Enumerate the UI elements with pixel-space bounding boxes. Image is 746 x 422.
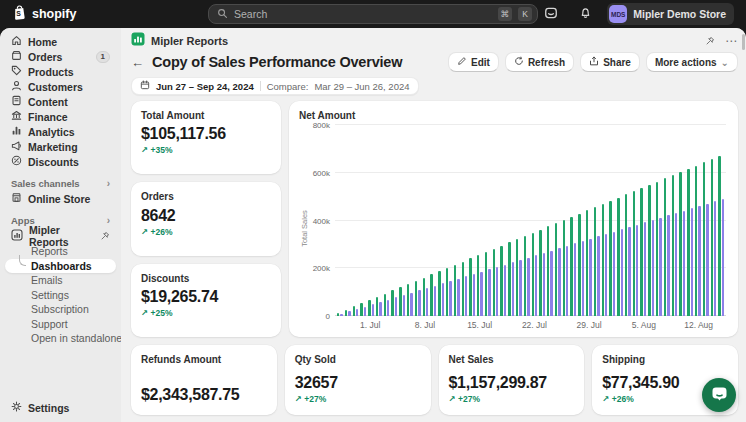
bar-compare-period[interactable] — [519, 260, 521, 316]
bar-current-period[interactable] — [633, 191, 635, 316]
pin-icon[interactable] — [705, 32, 715, 50]
bar-current-period[interactable] — [500, 246, 502, 316]
bar-current-period[interactable] — [648, 185, 650, 316]
bar-compare-period[interactable] — [387, 300, 389, 316]
bar-current-period[interactable] — [376, 297, 378, 316]
bar-current-period[interactable] — [570, 217, 572, 316]
bar-current-period[interactable] — [594, 207, 596, 316]
share-button[interactable]: Share — [580, 52, 640, 72]
sidebar-item-analytics[interactable]: Analytics — [5, 124, 116, 139]
bar-current-period[interactable] — [493, 249, 495, 316]
sidebar-item-app-settings[interactable]: Settings — [5, 288, 116, 303]
bar-current-period[interactable] — [578, 214, 580, 316]
bar-compare-period[interactable] — [605, 234, 607, 316]
sidebar-item-customers[interactable]: Customers — [5, 79, 116, 94]
store-menu[interactable]: MDS Mipler Demo Store — [607, 3, 734, 25]
date-range-picker[interactable]: Jun 27 – Sep 24, 2024 Compare: Mar 29 – … — [131, 77, 419, 95]
bar-current-period[interactable] — [485, 252, 487, 316]
bar-current-period[interactable] — [718, 156, 720, 316]
bar-compare-period[interactable] — [706, 204, 708, 316]
scrollbar[interactable] — [742, 34, 745, 50]
bar-current-period[interactable] — [391, 290, 393, 316]
bar-current-period[interactable] — [399, 287, 401, 316]
sidebar-item-orders[interactable]: Orders 1 — [5, 49, 116, 64]
bar-current-period[interactable] — [423, 278, 425, 316]
bar-current-period[interactable] — [711, 159, 713, 316]
bar-current-period[interactable] — [664, 178, 666, 316]
sidebar-item-mipler-reports[interactable]: Mipler Reports — [5, 228, 116, 244]
bar-compare-period[interactable] — [582, 241, 584, 316]
sidebar-item-online-store[interactable]: Online Store — [5, 191, 116, 206]
bar-current-period[interactable] — [687, 169, 689, 316]
bar-current-period[interactable] — [524, 236, 526, 316]
bar-current-period[interactable] — [415, 281, 417, 316]
bar-compare-period[interactable] — [558, 248, 560, 316]
chat-widget-button[interactable] — [702, 378, 736, 412]
bar-current-period[interactable] — [703, 162, 705, 316]
bar-compare-period[interactable] — [488, 269, 490, 316]
kpi-card-total-amount[interactable]: Total Amount $105,117.56 ↗ +35% — [131, 101, 281, 174]
bar-compare-period[interactable] — [527, 258, 529, 316]
sidebar-item-marketing[interactable]: Marketing — [5, 139, 116, 154]
bar-compare-period[interactable] — [698, 206, 700, 316]
bar-compare-period[interactable] — [628, 227, 630, 316]
sales-channels-header[interactable]: Sales channels › — [5, 176, 116, 191]
notifications-button[interactable] — [573, 3, 597, 25]
bar-current-period[interactable] — [672, 175, 674, 316]
bar-compare-period[interactable] — [535, 255, 537, 316]
bar-compare-period[interactable] — [597, 236, 599, 316]
bar-compare-period[interactable] — [675, 213, 677, 316]
bar-current-period[interactable] — [617, 198, 619, 316]
bar-current-period[interactable] — [353, 306, 355, 316]
bar-current-period[interactable] — [430, 274, 432, 316]
bar-compare-period[interactable] — [613, 232, 615, 316]
bar-current-period[interactable] — [625, 194, 627, 316]
shopify-logo[interactable]: S shopify — [12, 5, 76, 23]
inbox-button[interactable] — [539, 3, 563, 25]
bar-compare-period[interactable] — [683, 211, 685, 316]
bar-current-period[interactable] — [555, 223, 557, 316]
bar-compare-period[interactable] — [543, 253, 545, 316]
global-search[interactable]: ⌘ K — [208, 4, 538, 24]
kpi-card-refunds[interactable]: Refunds Amount $2,343,587.75 — [131, 345, 277, 415]
bar-compare-period[interactable] — [480, 272, 482, 316]
search-input[interactable] — [234, 8, 492, 20]
edit-button[interactable]: Edit — [448, 52, 499, 72]
kpi-card-discounts[interactable]: Discounts $19,265.74 ↗ +25% — [131, 264, 281, 337]
bar-compare-period[interactable] — [659, 218, 661, 316]
bar-compare-period[interactable] — [379, 302, 381, 316]
sidebar-item-emails[interactable]: Emails — [5, 273, 116, 288]
bar-compare-period[interactable] — [714, 201, 716, 316]
bar-compare-period[interactable] — [504, 265, 506, 316]
bar-current-period[interactable] — [532, 233, 534, 316]
bar-compare-period[interactable] — [691, 208, 693, 316]
bar-compare-period[interactable] — [410, 293, 412, 316]
bar-compare-period[interactable] — [566, 246, 568, 316]
bar-compare-period[interactable] — [372, 304, 374, 316]
bar-current-period[interactable] — [477, 255, 479, 316]
bar-compare-period[interactable] — [621, 229, 623, 316]
bar-current-period[interactable] — [508, 242, 510, 316]
bar-compare-period[interactable] — [457, 279, 459, 316]
sidebar-item-subscription[interactable]: Subscription — [5, 302, 116, 317]
bar-compare-period[interactable] — [449, 281, 451, 316]
bar-current-period[interactable] — [695, 166, 697, 316]
bar-compare-period[interactable] — [512, 262, 514, 316]
pin-icon[interactable] — [100, 231, 110, 241]
refresh-button[interactable]: Refresh — [505, 52, 574, 72]
sidebar-item-support[interactable]: Support — [5, 317, 116, 332]
bar-compare-period[interactable] — [442, 283, 444, 316]
bar-current-period[interactable] — [462, 262, 464, 316]
bar-compare-period[interactable] — [667, 215, 669, 316]
bar-compare-period[interactable] — [356, 309, 358, 316]
bar-current-period[interactable] — [609, 201, 611, 316]
bar-compare-period[interactable] — [395, 297, 397, 316]
sidebar-item-products[interactable]: Products — [5, 64, 116, 79]
bar-current-period[interactable] — [360, 303, 362, 316]
bar-compare-period[interactable] — [550, 251, 552, 317]
kpi-card-net-sales[interactable]: Net Sales $1,157,299.87 ↗ +27% — [439, 345, 585, 415]
sidebar-item-finance[interactable]: Finance — [5, 109, 116, 124]
bar-current-period[interactable] — [469, 258, 471, 316]
bar-current-period[interactable] — [679, 172, 681, 316]
bar-compare-period[interactable] — [496, 267, 498, 316]
